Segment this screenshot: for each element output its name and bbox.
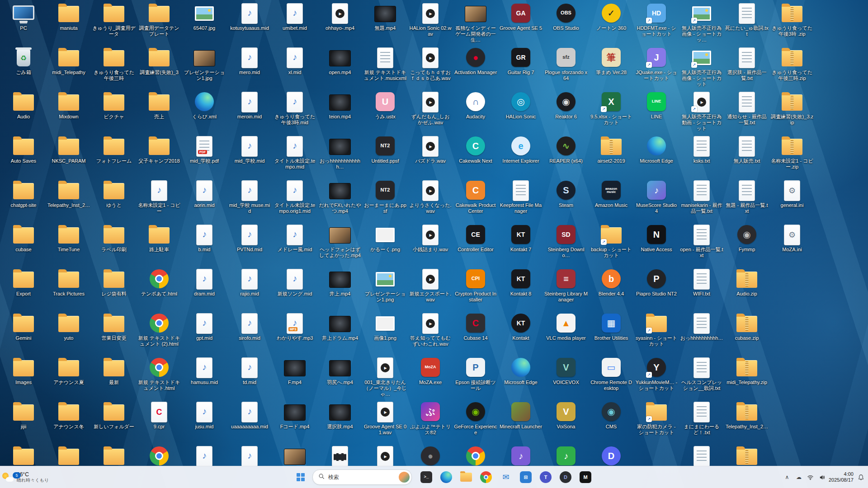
desktop-icon[interactable]: だれでFXいれたやつ.mp4 xyxy=(317,177,363,221)
desktop-icon[interactable]: ▶HALion Sonic 02.wav xyxy=(408,0,453,44)
desktop-icon[interactable] xyxy=(1,443,46,466)
desktop-icon[interactable]: 通知らせ - 親作品一覧.txt xyxy=(724,89,769,133)
desktop-icon[interactable]: cubase.zip xyxy=(724,310,769,354)
desktop-icon[interactable]: GAGroove Agent SE 5 xyxy=(498,0,543,44)
desktop-icon[interactable]: 調査練習(失敗)_3.zip xyxy=(769,89,815,133)
desktop-icon[interactable]: VVOICEVOX xyxy=(543,354,589,399)
desktop-icon[interactable]: ♪kotusytuaaus.mid xyxy=(227,0,272,44)
desktop-icon[interactable]: KTKontakt xyxy=(498,310,543,354)
desktop-icon[interactable]: ▶ xyxy=(363,443,408,466)
desktop-icon[interactable]: ▶よりうさくなった.wav xyxy=(408,177,453,221)
desktop-icon[interactable]: 死にたい_ゅ歌詞.txt xyxy=(724,0,769,44)
desktop-icon[interactable]: 選択肢 - 親作品一覧.txt xyxy=(724,44,769,89)
desktop-icon[interactable]: Uうみ.ustx xyxy=(363,89,408,133)
desktop-icon[interactable]: ◉Reaktor 6 xyxy=(543,89,589,133)
desktop-icon[interactable]: おっhhhhhhhhhhhh… xyxy=(317,133,363,177)
desktop-icon[interactable]: yuto xyxy=(46,310,91,354)
desktop-icon[interactable]: X↗9.5.xlsx - ショートカット xyxy=(589,89,634,133)
desktop-icon[interactable]: LINELINE xyxy=(634,89,679,133)
desktop-icon[interactable]: Fコード.mp4 xyxy=(272,399,317,443)
desktop-icon[interactable]: airset2-2019 xyxy=(589,133,634,177)
desktop-icon[interactable]: ⚙MoZA.ini xyxy=(769,221,815,266)
desktop-icon[interactable]: PDFmid_学校.pdf xyxy=(182,133,227,177)
desktop-icon[interactable]: open - 親作品一覧.txt xyxy=(679,221,724,266)
desktop-icon[interactable]: KTKontakt 7 xyxy=(498,221,543,266)
search-box[interactable]: 検索 xyxy=(312,469,412,485)
desktop-icon[interactable]: ♪ xyxy=(498,443,543,466)
desktop-icon[interactable]: ♪umibet.mid xyxy=(272,0,317,44)
desktop-icon[interactable]: ♪ xyxy=(543,443,589,466)
desktop-icon[interactable]: ◉Fymmp xyxy=(724,221,769,266)
desktop-icon[interactable]: Audio.zip xyxy=(724,266,769,310)
desktop-icon[interactable]: ♪メドレー風.mid xyxy=(272,221,317,266)
taskbar-app-mail[interactable]: ✉ xyxy=(498,468,514,486)
desktop-icon[interactable]: ▶新規エクスポート.wav xyxy=(408,266,453,310)
desktop-icon[interactable]: ↗無人販売不正行為画像 - ショートカット xyxy=(679,44,724,89)
desktop-icon[interactable]: PC xyxy=(1,0,46,44)
desktop-icon[interactable]: ♪b.mid xyxy=(182,221,227,266)
desktop-icon[interactable]: TimeTune xyxy=(46,221,91,266)
desktop-icon[interactable]: ∿REAPER (x64) xyxy=(543,133,589,177)
desktop-icon[interactable]: ♻ごみ箱 xyxy=(1,44,46,89)
desktop-icon[interactable] xyxy=(724,443,769,466)
desktop-icon[interactable]: teion.mp4 xyxy=(317,89,363,133)
start-button[interactable] xyxy=(292,468,310,486)
desktop-icon[interactable]: ▶ohhayo-.mp4 xyxy=(317,0,363,44)
desktop-icon[interactable]: F.mp4 xyxy=(272,354,317,399)
desktop-icon[interactable]: manisekarin - 親作品一覧.txt xyxy=(679,177,724,221)
desktop-icon[interactable]: 最新 xyxy=(91,354,137,399)
desktop-icon[interactable]: 新しいフォルダー xyxy=(91,399,137,443)
desktop-icon[interactable] xyxy=(453,443,498,466)
desktop-icon[interactable]: NT2おーまーまにあ.ppsf xyxy=(363,177,408,221)
desktop-icon[interactable]: ▶ずんだもん_しおかぜふ.wav xyxy=(408,89,453,133)
taskbar-app-file-explorer[interactable] xyxy=(458,468,474,486)
desktop-icon[interactable]: 画像1.png xyxy=(363,310,408,354)
desktop-icon[interactable]: KTKontakt 8 xyxy=(498,266,543,310)
desktop-icon[interactable]: かるーく.png xyxy=(363,221,408,266)
desktop-icon[interactable]: ▶↗無人販売不正行為動画 - ショートカット xyxy=(679,89,724,133)
desktop-icon[interactable]: ヘッドフォンはずしてよかった.mp4 xyxy=(317,221,363,266)
desktop-icon[interactable]: ● xyxy=(408,443,453,466)
desktop-icon[interactable]: CEController Editor xyxy=(453,221,498,266)
desktop-icon[interactable]: Keepforest File Manager xyxy=(498,177,543,221)
desktop-icon[interactable]: ✓ノートン 360 xyxy=(589,0,634,44)
desktop-icon[interactable]: 路上駐車 xyxy=(137,221,182,266)
desktop-icon[interactable]: ♪MP3わかりやす.mp3 xyxy=(272,310,317,354)
desktop-icon[interactable]: きゅうり_調査用データ xyxy=(91,0,137,44)
desktop-icon[interactable]: ↗無人販売不正行為画像 - ショートカッ… xyxy=(679,0,724,44)
search-highlight-image[interactable] xyxy=(399,472,410,483)
clock[interactable]: 4:00 2025/08/17 xyxy=(829,471,854,483)
desktop-icon[interactable]: midi_Telepathy.zip xyxy=(724,354,769,399)
desktop-icon[interactable] xyxy=(91,443,137,466)
desktop-icon[interactable]: 営業日変更 xyxy=(91,310,137,354)
desktop-icon[interactable]: 無人販売.txt xyxy=(724,133,769,177)
desktop-icon[interactable]: 父子キャンプ2018 xyxy=(137,133,182,177)
desktop-icon[interactable]: ラベル印刷 xyxy=(91,221,137,266)
desktop-icon[interactable]: ↗syasinn - ショートカット xyxy=(634,310,679,354)
desktop-icon[interactable]: 無題 - 親作品一覧.txt xyxy=(724,177,769,221)
desktop-icon[interactable]: ◎HALion Sonic xyxy=(498,89,543,133)
desktop-icon[interactable]: ♪PVTNd.mid xyxy=(227,221,272,266)
desktop-icon[interactable]: Export xyxy=(1,266,46,310)
desktop-icon[interactable]: ♪mid_学校.mid xyxy=(227,133,272,177)
desktop-icon[interactable]: OBSOBS Studio xyxy=(543,0,589,44)
desktop-icon[interactable]: 孤独なインディーゲーム開発者の一生… xyxy=(453,0,498,44)
desktop-icon[interactable]: ♪jusu.mid xyxy=(182,399,227,443)
desktop-icon[interactable]: きゅうり食ってた午後3時 .zip xyxy=(769,0,815,44)
desktop-icon[interactable]: ▲VLC media player xyxy=(543,310,589,354)
desktop-icon[interactable]: ▶小銭詰まり.wav xyxy=(408,221,453,266)
desktop-icon[interactable]: ♪rajio.mid xyxy=(227,266,272,310)
desktop-icon[interactable]: ♪mero.mid xyxy=(227,44,272,89)
desktop-icon[interactable]: PPiapro Studio NT2 xyxy=(634,266,679,310)
desktop-icon[interactable] xyxy=(679,443,724,466)
wifi-icon[interactable] xyxy=(805,468,816,486)
notification-bell-icon[interactable] xyxy=(854,468,867,486)
desktop-icon[interactable]: NKSC_PARAM xyxy=(46,133,91,177)
desktop-icon[interactable]: ♪きゅうり食ってた午後3時.mid xyxy=(272,89,317,133)
desktop-icon[interactable]: ゆうと xyxy=(91,177,137,221)
desktop-icon[interactable]: ♪タイトル未設定.tempo.mid xyxy=(272,133,317,177)
desktop-icon[interactable]: ●Activation Manager xyxy=(453,44,498,89)
desktop-icon[interactable]: maniuta xyxy=(46,0,91,44)
desktop-icon[interactable]: フォトフレーム xyxy=(91,133,137,177)
desktop-icon[interactable]: レジ袋有料 xyxy=(91,266,137,310)
